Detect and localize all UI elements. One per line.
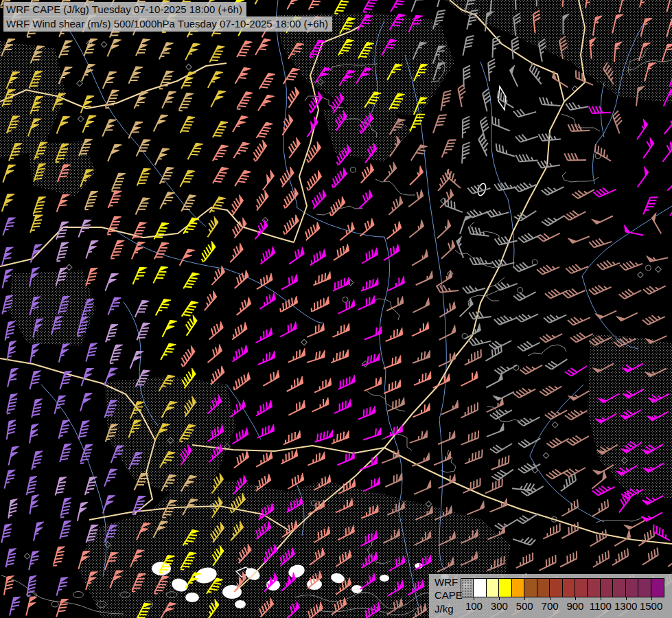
legend-swatch (601, 579, 613, 597)
legend-label-units: J/kg (435, 603, 454, 615)
legend-swatch (588, 579, 600, 597)
legend-swatch (537, 579, 550, 597)
legend-swatch (626, 579, 638, 597)
weather-map-page: WRF CAPE (J/kg) Tuesday 07-10-2025 18:00… (0, 0, 672, 618)
map-title-windshear-text: WRF Wind shear (m/s) 500/1000hPa Tuesday… (6, 18, 328, 30)
map-title-windshear: WRF Wind shear (m/s) 500/1000hPa Tuesday… (3, 16, 332, 32)
legend-swatch (461, 579, 474, 597)
legend-tick-label: 900 (566, 600, 583, 612)
legend-colorbar (461, 578, 664, 597)
legend-tick-label: 1100 (590, 600, 612, 612)
legend-swatch (512, 579, 524, 597)
legend-tick-label: 1500 (640, 600, 662, 612)
legend-swatch (613, 579, 625, 597)
legend-tick-label: 300 (491, 600, 508, 612)
legend-swatch (499, 579, 511, 597)
map-title-cape: WRF CAPE (J/kg) Tuesday 07-10-2025 18:00… (3, 2, 246, 17)
legend-swatch (524, 579, 537, 597)
weather-map (0, 0, 672, 618)
legend-tick-label: 1300 (614, 600, 637, 612)
legend-label-model: WRF (435, 576, 458, 588)
legend-swatch (563, 579, 575, 597)
legend-swatch (474, 579, 486, 597)
legend-swatch (638, 579, 651, 597)
map-title-cape-text: WRF CAPE (J/kg) Tuesday 07-10-2025 18:00… (6, 3, 242, 15)
cape-legend: WRF CAPE J/kg 10030050070090011001300150… (429, 574, 672, 618)
legend-swatch (550, 579, 562, 597)
legend-tick-label: 700 (542, 600, 559, 612)
legend-swatch (575, 579, 588, 597)
legend-label-parameter: CAPE (435, 589, 463, 601)
legend-tick-label: 100 (465, 600, 483, 612)
legend-swatch (487, 579, 499, 597)
legend-tick-label: 500 (516, 600, 533, 612)
legend-swatch (651, 579, 664, 597)
